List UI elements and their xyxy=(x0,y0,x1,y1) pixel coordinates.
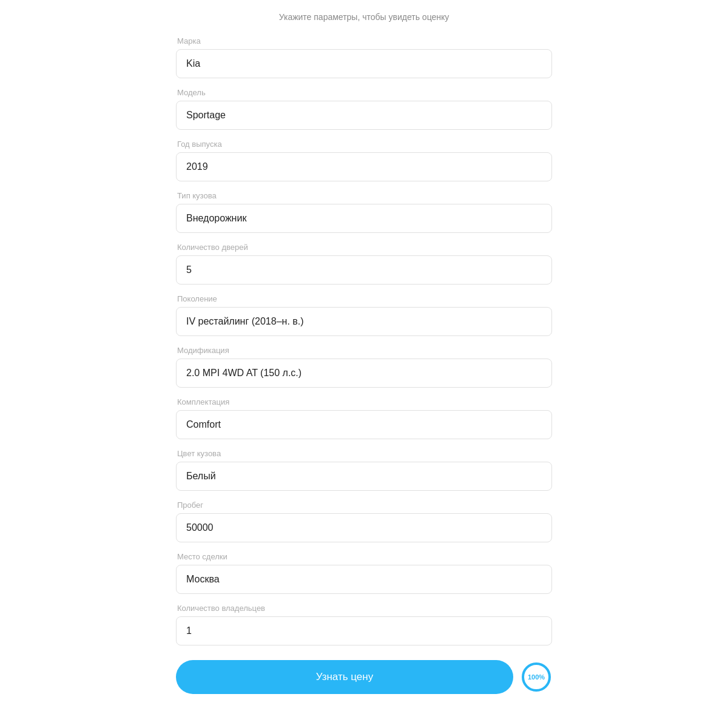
input-location[interactable] xyxy=(176,565,552,594)
label-generation: Поколение xyxy=(176,294,552,303)
label-brand: Марка xyxy=(176,36,552,46)
input-brand[interactable] xyxy=(176,49,552,78)
form-fields: МаркаМодельГод выпускаТип кузоваКоличест… xyxy=(176,36,552,645)
page-container: Укажите параметры, чтобы увидеть оценку … xyxy=(152,0,576,728)
label-model: Модель xyxy=(176,88,552,97)
form-group-generation: Поколение xyxy=(176,294,552,336)
form-group-trim: Комплектация xyxy=(176,397,552,439)
label-color: Цвет кузова xyxy=(176,449,552,458)
input-model[interactable] xyxy=(176,101,552,130)
label-modification: Модификация xyxy=(176,346,552,355)
form-group-owners: Количество владельцев xyxy=(176,604,552,645)
form-group-model: Модель xyxy=(176,88,552,130)
input-owners[interactable] xyxy=(176,616,552,645)
input-mileage[interactable] xyxy=(176,513,552,542)
form-group-mileage: Пробег xyxy=(176,500,552,542)
input-modification[interactable] xyxy=(176,359,552,388)
form-group-body-type: Тип кузова xyxy=(176,191,552,233)
label-location: Место сделки xyxy=(176,552,552,561)
form-group-color: Цвет кузова xyxy=(176,449,552,491)
input-trim[interactable] xyxy=(176,410,552,439)
form-group-modification: Модификация xyxy=(176,346,552,388)
progress-circle: 100% xyxy=(521,661,552,693)
form-group-brand: Марка xyxy=(176,36,552,78)
label-mileage: Пробег xyxy=(176,500,552,510)
submit-button[interactable]: Узнать цену xyxy=(176,660,513,694)
form-group-year: Год выпуска xyxy=(176,140,552,181)
label-trim: Комплектация xyxy=(176,397,552,406)
form-group-location: Место сделки xyxy=(176,552,552,594)
label-year: Год выпуска xyxy=(176,140,552,149)
input-doors[interactable] xyxy=(176,255,552,285)
form-group-doors: Количество дверей xyxy=(176,243,552,285)
bottom-section: Узнать цену 100% xyxy=(176,660,552,694)
label-body-type: Тип кузова xyxy=(176,191,552,200)
progress-label: 100% xyxy=(528,673,545,681)
input-body-type[interactable] xyxy=(176,204,552,233)
label-doors: Количество дверей xyxy=(176,243,552,252)
input-generation[interactable] xyxy=(176,307,552,336)
label-owners: Количество владельцев xyxy=(176,604,552,613)
input-year[interactable] xyxy=(176,152,552,181)
input-color[interactable] xyxy=(176,462,552,491)
page-subtitle: Укажите параметры, чтобы увидеть оценку xyxy=(176,12,552,22)
